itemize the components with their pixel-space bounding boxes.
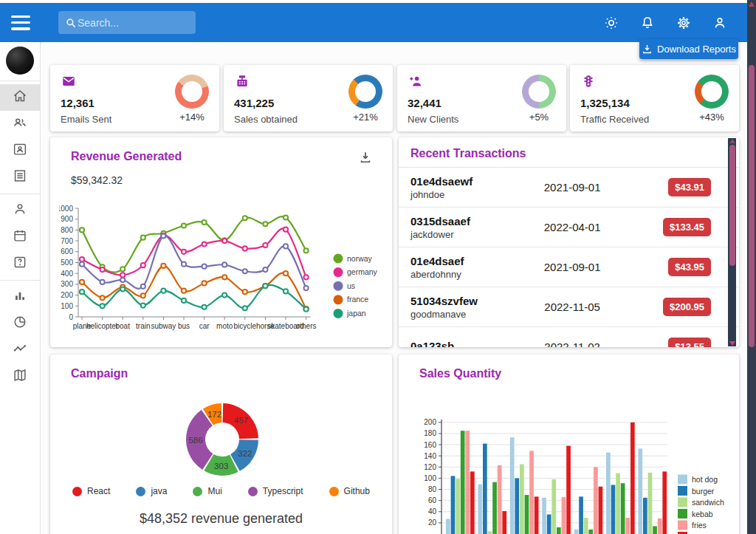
transaction-amount-badge: $133.45 bbox=[663, 218, 711, 236]
svg-text:germany: germany bbox=[347, 267, 378, 276]
notifications-bell-icon[interactable] bbox=[635, 10, 660, 35]
scroll-down-arrow[interactable] bbox=[729, 341, 735, 346]
transaction-user: aberdohnny bbox=[410, 269, 526, 280]
scroll-up-arrow[interactable] bbox=[749, 1, 755, 7]
contact-badge-icon bbox=[12, 141, 28, 160]
svg-text:500: 500 bbox=[61, 259, 73, 267]
user-avatar[interactable] bbox=[6, 47, 34, 75]
sidebar-item-invoices[interactable] bbox=[0, 164, 40, 191]
svg-text:sandwich: sandwich bbox=[692, 498, 724, 507]
scroll-up-arrow[interactable] bbox=[729, 139, 735, 143]
appbar bbox=[0, 3, 747, 42]
sidebar-item-calendar[interactable] bbox=[0, 224, 40, 250]
sidebar-item-pie-chart[interactable] bbox=[0, 310, 40, 337]
stat-label: Sales obtained bbox=[234, 114, 298, 125]
stat-value: 1,325,134 bbox=[580, 97, 649, 109]
svg-text:1000: 1000 bbox=[59, 205, 73, 213]
stat-value: 12,361 bbox=[61, 97, 111, 109]
campaign-legend: React java Mui Typescript Github bbox=[72, 486, 370, 496]
legend-dot bbox=[248, 487, 258, 496]
svg-text:moto: moto bbox=[216, 322, 233, 330]
legend-dot bbox=[329, 487, 339, 496]
revenue-generated-panel: Revenue Generated $59,342.32 01002003004… bbox=[50, 137, 392, 347]
sidebar-item-line-chart[interactable] bbox=[0, 337, 40, 363]
search-input[interactable] bbox=[78, 17, 181, 29]
page-scrollbar-thumb[interactable] bbox=[749, 65, 755, 347]
svg-text:japan: japan bbox=[346, 309, 366, 318]
svg-text:300: 300 bbox=[61, 280, 73, 288]
svg-text:kebab: kebab bbox=[692, 510, 713, 518]
svg-text:80: 80 bbox=[428, 485, 437, 493]
sidebar-item-profile-form[interactable] bbox=[0, 197, 40, 224]
svg-text:457: 457 bbox=[234, 416, 248, 425]
transaction-amount-badge: $43.95 bbox=[668, 258, 711, 276]
legend-dot bbox=[136, 487, 145, 496]
svg-text:0: 0 bbox=[69, 313, 73, 321]
transactions-scrollbar[interactable] bbox=[728, 138, 736, 346]
point-of-sale-icon bbox=[234, 73, 298, 92]
line-chart-icon bbox=[12, 340, 28, 360]
person-add-icon bbox=[408, 73, 458, 92]
stat-card-traffic-received: 1,325,134 Traffic Received +43% bbox=[570, 65, 739, 131]
stat-value: 32,441 bbox=[408, 97, 458, 109]
svg-text:900: 900 bbox=[61, 215, 73, 223]
transaction-date: 2022-11-02 bbox=[544, 340, 600, 347]
transaction-row: 0315dsaaef jackdower 2022-04-01 $133.45 bbox=[399, 208, 739, 247]
stat-label: Emails Sent bbox=[61, 114, 111, 125]
transaction-date: 2021-09-01 bbox=[544, 181, 601, 194]
svg-text:140: 140 bbox=[424, 452, 436, 460]
svg-text:586: 586 bbox=[188, 436, 202, 445]
sidebar-item-team[interactable] bbox=[0, 111, 40, 137]
svg-text:car: car bbox=[199, 322, 210, 330]
transaction-id: 0a123sb bbox=[410, 340, 526, 347]
transaction-row: 0a123sb 2022-11-02 $13.55 bbox=[399, 327, 739, 347]
help-icon bbox=[12, 254, 28, 273]
svg-text:600: 600 bbox=[61, 247, 73, 256]
menu-icon[interactable] bbox=[11, 16, 30, 30]
svg-text:subway: subway bbox=[151, 322, 176, 330]
sidebar-divider bbox=[0, 81, 40, 81]
page-scrollbar[interactable] bbox=[747, 0, 756, 534]
svg-text:60: 60 bbox=[428, 496, 437, 504]
sales-bar-chart: 20406080100120140160180200hot dogburgers… bbox=[403, 410, 739, 534]
stat-card-sales-obtained: 431,225 Sales obtained +21% bbox=[224, 65, 393, 131]
stat-delta: +14% bbox=[179, 112, 205, 123]
transaction-amount-badge: $13.55 bbox=[668, 338, 711, 347]
svg-text:180: 180 bbox=[424, 429, 436, 437]
progress-circle bbox=[522, 75, 556, 109]
transactions-scrollbar-thumb[interactable] bbox=[729, 145, 735, 266]
download-data-icon[interactable] bbox=[358, 150, 373, 168]
svg-text:others: others bbox=[296, 322, 317, 330]
sidebar-item-bar-chart[interactable] bbox=[0, 284, 40, 310]
svg-text:200: 200 bbox=[61, 291, 73, 299]
svg-text:322: 322 bbox=[238, 449, 252, 458]
stat-label: Traffic Received bbox=[580, 114, 649, 125]
panel-title: Revenue Generated bbox=[71, 150, 182, 168]
sidebar-item-dashboard[interactable] bbox=[0, 84, 40, 111]
svg-text:burger: burger bbox=[692, 487, 715, 496]
transaction-id: 51034szvfew bbox=[410, 295, 526, 307]
search-box[interactable] bbox=[58, 11, 196, 34]
bar-chart-icon bbox=[12, 287, 28, 307]
profile-person-icon[interactable] bbox=[707, 10, 732, 35]
sidebar-item-contacts[interactable] bbox=[0, 137, 40, 164]
traffic-light-icon bbox=[580, 73, 649, 92]
download-reports-button[interactable]: Download Reports bbox=[639, 39, 738, 59]
person-outline-icon bbox=[12, 201, 28, 220]
light-mode-icon[interactable] bbox=[599, 10, 624, 35]
svg-text:700: 700 bbox=[61, 237, 73, 245]
svg-text:boat: boat bbox=[115, 322, 130, 330]
svg-text:120: 120 bbox=[424, 463, 436, 471]
transaction-id: 0315dsaaef bbox=[410, 215, 526, 227]
sidebar-item-faq[interactable] bbox=[0, 250, 40, 277]
transaction-row: 51034szvfew goodmanave 2022-11-05 $200.9… bbox=[399, 287, 739, 327]
sidebar-item-geography[interactable] bbox=[0, 363, 40, 390]
transaction-amount-badge: $200.95 bbox=[663, 298, 711, 316]
transaction-date: 2022-11-05 bbox=[544, 301, 600, 313]
progress-circle bbox=[175, 75, 209, 109]
transaction-id: 01e4dsaef bbox=[410, 255, 526, 267]
sidebar-divider bbox=[0, 280, 40, 281]
sales-quantity-panel: Sales Quantity 2040608010012014016018020… bbox=[399, 355, 739, 534]
settings-gear-icon[interactable] bbox=[671, 10, 696, 35]
legend-item: java bbox=[136, 486, 167, 496]
